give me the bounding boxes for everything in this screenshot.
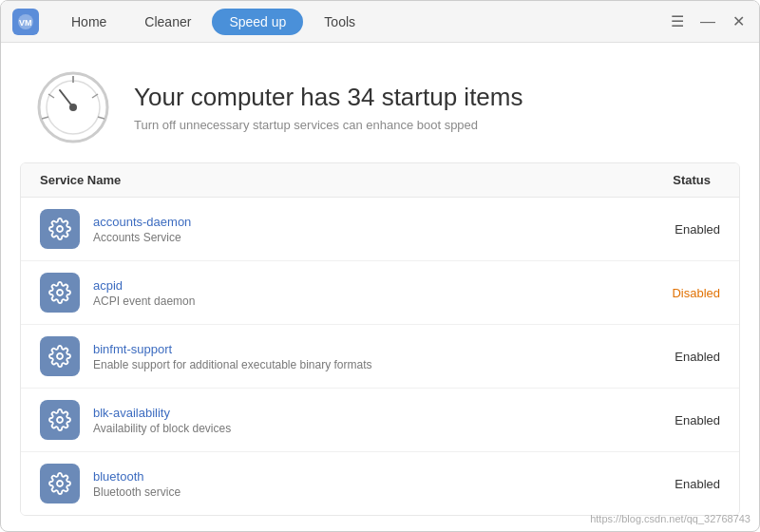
service-status: Enabled: [644, 222, 720, 237]
service-desc: Availability of block devices: [93, 422, 644, 435]
svg-point-15: [57, 481, 63, 486]
service-name: binfmt-support: [93, 342, 644, 356]
service-icon: [40, 464, 80, 504]
service-name: accounts-daemon: [93, 215, 644, 229]
table-row[interactable]: accounts-daemon Accounts Service Enabled: [21, 198, 739, 261]
nav-tab-speedup[interactable]: Speed up: [212, 9, 303, 35]
service-info: accounts-daemon Accounts Service: [93, 215, 644, 244]
svg-line-7: [42, 117, 48, 119]
service-icon: [40, 273, 80, 313]
table-row[interactable]: blk-availability Availability of block d…: [21, 389, 739, 452]
service-icon: [40, 400, 80, 440]
service-status: Enabled: [644, 413, 720, 428]
service-status: Enabled: [644, 350, 720, 364]
table-row[interactable]: bluetooth Bluetooth service Enabled: [21, 452, 739, 515]
header-section: Your computer has 34 startup items Turn …: [1, 43, 759, 162]
svg-point-11: [57, 226, 63, 232]
nav-tabs: HomeCleanerSpeed upTools: [54, 9, 668, 35]
svg-point-14: [57, 417, 63, 423]
header-text: Your computer has 34 startup items Turn …: [134, 83, 522, 132]
svg-point-13: [57, 353, 63, 359]
service-info: acpid ACPI event daemon: [93, 278, 644, 308]
service-status: Disabled: [644, 286, 720, 300]
nav-tab-tools[interactable]: Tools: [307, 9, 372, 35]
svg-point-12: [57, 290, 63, 295]
service-name: blk-availability: [93, 406, 644, 420]
speedometer-icon: [35, 69, 111, 145]
service-icon: [40, 336, 80, 376]
menu-button[interactable]: ☰: [668, 14, 687, 29]
table-row[interactable]: binfmt-support Enable support for additi…: [21, 325, 739, 389]
header-title: Your computer has 34 startup items: [134, 83, 522, 112]
service-name: bluetooth: [93, 469, 644, 484]
header-subtitle: Turn off unnecessary startup services ca…: [134, 118, 522, 132]
service-desc: Accounts Service: [93, 231, 644, 244]
rows-container: accounts-daemon Accounts Service Enabled…: [21, 198, 739, 515]
col-status: Status: [673, 173, 711, 187]
services-table: Service Name Status accounts-daemon Acco…: [20, 162, 740, 516]
service-desc: ACPI event daemon: [93, 294, 644, 308]
col-service-name: Service Name: [40, 173, 121, 187]
service-name: acpid: [93, 278, 644, 293]
nav-tab-home[interactable]: Home: [54, 9, 124, 35]
titlebar: VM HomeCleanerSpeed upTools ☰ — ✕: [1, 1, 759, 43]
service-desc: Bluetooth service: [93, 485, 644, 499]
svg-point-10: [69, 104, 77, 111]
table-row[interactable]: acpid ACPI event daemon Disabled: [21, 261, 739, 325]
svg-line-8: [98, 117, 104, 119]
app-logo: VM: [12, 9, 39, 35]
close-button[interactable]: ✕: [729, 14, 748, 29]
svg-text:VM: VM: [19, 18, 32, 28]
service-info: binfmt-support Enable support for additi…: [93, 342, 644, 371]
service-status: Enabled: [644, 477, 720, 491]
nav-tab-cleaner[interactable]: Cleaner: [127, 9, 208, 35]
watermark: https://blog.csdn.net/qq_32768743: [590, 513, 750, 524]
table-header: Service Name Status: [21, 163, 739, 198]
service-info: blk-availability Availability of block d…: [93, 406, 644, 435]
service-desc: Enable support for additional executable…: [93, 358, 644, 371]
service-icon: [40, 209, 80, 249]
window-controls: ☰ — ✕: [668, 14, 748, 29]
minimize-button[interactable]: —: [698, 14, 717, 29]
service-info: bluetooth Bluetooth service: [93, 469, 644, 499]
